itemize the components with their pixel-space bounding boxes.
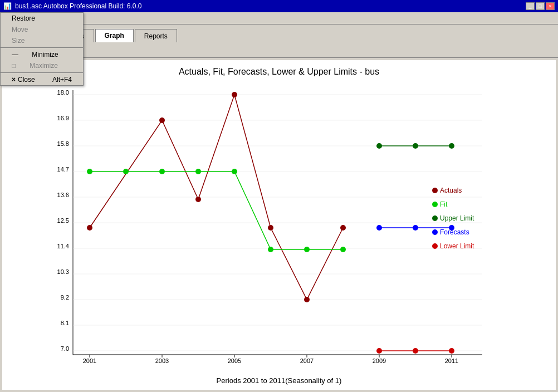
fit-dot-2003 bbox=[159, 169, 165, 174]
actual-dot-2001 bbox=[87, 225, 92, 231]
actual-dot-2005 bbox=[232, 92, 237, 97]
legend-actuals-label: Actuals bbox=[440, 187, 462, 194]
actual-dot-2004 bbox=[195, 197, 201, 202]
x-label-2007: 2007 bbox=[300, 357, 314, 364]
chart-container: Actuals, Fit, Forecasts, Lower & Upper L… bbox=[2, 60, 556, 390]
legend-fit-label: Fit bbox=[440, 200, 448, 208]
y-label-103: 10.3 bbox=[57, 268, 69, 275]
fit-dot-2004 bbox=[195, 169, 201, 174]
y-label-92: 9.2 bbox=[61, 294, 69, 301]
lower-dot-2010 bbox=[413, 348, 418, 354]
chart-subtitle: Periods 2001 to 2011(Seasonality of 1) bbox=[217, 376, 342, 385]
upper-dot-2010 bbox=[413, 143, 418, 149]
legend-lowerlimit-dot bbox=[432, 243, 438, 249]
forecast-dot-2009 bbox=[376, 225, 382, 231]
actual-dot-2003 bbox=[159, 117, 165, 123]
actual-dot-2008 bbox=[340, 225, 346, 231]
context-maximize: □ Maximize bbox=[1, 60, 83, 71]
x-label-2005: 2005 bbox=[228, 357, 241, 364]
fit-dot-2002 bbox=[123, 169, 129, 174]
title-bar-left: 📊 bus1.asc Autobox Professional Build: 6… bbox=[3, 2, 141, 10]
close-button[interactable]: × bbox=[546, 2, 555, 10]
minimize-button[interactable]: _ bbox=[526, 2, 535, 10]
chart-title: Actuals, Fit, Forecasts, Lower & Upper L… bbox=[179, 67, 379, 77]
upper-dot-2009 bbox=[376, 143, 382, 149]
legend-upperlimit-dot bbox=[432, 215, 438, 221]
forecast-dot-2010 bbox=[413, 225, 418, 231]
context-separator-2 bbox=[1, 72, 83, 73]
actual-dot-2007 bbox=[304, 297, 310, 302]
app-icon: 📊 bbox=[3, 2, 12, 10]
y-label-147: 14.7 bbox=[57, 166, 69, 173]
context-separator-1 bbox=[1, 47, 83, 48]
menu-bar: Process Series Help bbox=[0, 12, 558, 24]
tab-graph[interactable]: Graph bbox=[95, 29, 134, 42]
maximize-button[interactable]: □ bbox=[536, 2, 545, 10]
fit-dot-2007 bbox=[304, 247, 310, 252]
legend-upperlimit-label: Upper Limit bbox=[440, 214, 474, 222]
context-close[interactable]: × Close Alt+F4 bbox=[1, 74, 83, 85]
legend-fit-dot bbox=[432, 202, 438, 207]
legend-actuals-dot bbox=[432, 188, 438, 193]
y-label-81: 8.1 bbox=[61, 320, 69, 326]
fit-dot-2001 bbox=[87, 169, 92, 174]
context-move: Move bbox=[1, 24, 83, 35]
y-label-136: 13.6 bbox=[57, 192, 69, 198]
context-size: Size bbox=[1, 35, 83, 46]
title-text: bus1.asc Autobox Professional Build: 6.0… bbox=[15, 2, 141, 10]
fit-dot-2008 bbox=[340, 247, 346, 252]
title-bar-buttons: _ □ × bbox=[526, 2, 555, 10]
tab-reports[interactable]: Reports bbox=[135, 29, 177, 42]
actual-dot-2006 bbox=[268, 225, 273, 231]
upper-dot-2011 bbox=[449, 143, 454, 149]
legend-lowerlimit-label: Lower Limit bbox=[440, 242, 474, 250]
title-bar: 📊 bus1.asc Autobox Professional Build: 6… bbox=[0, 0, 558, 12]
y-label-158: 15.8 bbox=[57, 140, 69, 147]
fit-dot-2006 bbox=[268, 247, 273, 252]
x-label-2003: 2003 bbox=[155, 357, 169, 364]
y-label-169: 16.9 bbox=[57, 115, 69, 121]
context-menu: Restore Move Size — Minimize □ Maximize … bbox=[0, 12, 84, 86]
legend-forecast-dot bbox=[432, 229, 438, 235]
y-label-70: 7.0 bbox=[61, 345, 69, 352]
y-label-18: 18.0 bbox=[57, 89, 69, 96]
tab-bar: Values Auxiliaries Graph Reports bbox=[0, 24, 558, 42]
chart-svg: 18.0 16.9 15.8 14.7 13.6 12.5 11.4 10.3 … bbox=[48, 79, 527, 374]
context-minimize[interactable]: — Minimize bbox=[1, 49, 83, 60]
y-label-114: 11.4 bbox=[57, 243, 69, 249]
context-restore[interactable]: Restore bbox=[1, 13, 83, 24]
fit-dot-2005 bbox=[232, 169, 237, 174]
lower-dot-2009 bbox=[376, 348, 382, 354]
x-label-2001: 2001 bbox=[83, 357, 96, 364]
toolbar: ▼ bbox=[0, 42, 558, 58]
lower-dot-2011 bbox=[449, 348, 454, 354]
x-label-2011: 2011 bbox=[445, 357, 458, 364]
fit-line bbox=[90, 171, 343, 249]
y-label-125: 12.5 bbox=[57, 217, 69, 224]
main-content: Actuals, Fit, Forecasts, Lower & Upper L… bbox=[0, 58, 558, 392]
legend-forecast-label: Forecasts bbox=[440, 228, 469, 236]
x-label-2009: 2009 bbox=[373, 357, 386, 364]
